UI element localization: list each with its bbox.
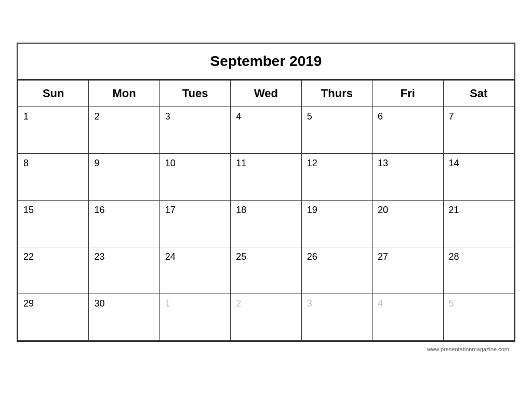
calendar-day-cell: 5 — [443, 294, 514, 341]
calendar-day-cell: 11 — [231, 154, 301, 201]
calendar-week-row: 891011121314 — [18, 154, 514, 201]
calendar-day-cell: 26 — [301, 247, 372, 294]
calendar-day-cell: 24 — [159, 247, 230, 294]
calendar-day-cell: 14 — [443, 154, 514, 201]
calendar-day-cell: 3 — [301, 294, 372, 341]
calendar-day-cell: 7 — [443, 107, 514, 154]
day-header-mon: Mon — [89, 81, 159, 107]
day-header-tues: Tues — [159, 81, 230, 107]
calendar-day-cell: 13 — [373, 154, 443, 201]
calendar-day-cell: 16 — [89, 201, 159, 247]
calendar-day-cell: 4 — [373, 294, 443, 341]
calendar-day-cell: 22 — [18, 247, 89, 294]
calendar-day-cell: 15 — [18, 201, 89, 247]
calendar-day-cell: 29 — [18, 294, 89, 341]
calendar-day-cell: 12 — [301, 154, 372, 201]
calendar-day-cell: 9 — [89, 154, 159, 201]
day-header-wed: Wed — [231, 81, 301, 107]
calendar-week-row: 293012345 — [18, 294, 514, 341]
calendar-title: September 2019 — [18, 44, 514, 80]
calendar-day-cell: 23 — [89, 247, 159, 294]
calendar-week-row: 1234567 — [18, 107, 514, 154]
calendar-day-cell: 10 — [159, 154, 230, 201]
day-header-thurs: Thurs — [301, 81, 372, 107]
calendar-day-cell: 5 — [301, 107, 372, 154]
calendar-day-cell: 1 — [159, 294, 230, 341]
calendar-day-cell: 30 — [89, 294, 159, 341]
calendar-day-cell: 19 — [301, 201, 372, 247]
calendar-week-row: 22232425262728 — [18, 247, 514, 294]
calendar-day-cell: 20 — [373, 201, 443, 247]
calendar-day-cell: 21 — [443, 201, 514, 247]
calendar-week-row: 15161718192021 — [18, 201, 514, 247]
calendar-day-cell: 2 — [231, 294, 301, 341]
calendar-table: SunMonTuesWedThursFriSat 123456789101112… — [18, 80, 514, 341]
calendar-day-cell: 4 — [231, 107, 301, 154]
watermark: www.presentationmagazine.com — [17, 342, 515, 356]
calendar-day-cell: 27 — [373, 247, 443, 294]
day-header-sun: Sun — [18, 81, 89, 107]
calendar-day-cell: 8 — [18, 154, 89, 201]
calendar-day-cell: 3 — [159, 107, 230, 154]
day-header-fri: Fri — [373, 81, 443, 107]
calendar: September 2019 SunMonTuesWedThursFriSat … — [17, 43, 515, 342]
calendar-day-cell: 2 — [89, 107, 159, 154]
calendar-day-cell: 6 — [373, 107, 443, 154]
calendar-day-cell: 1 — [18, 107, 89, 154]
day-header-sat: Sat — [443, 81, 514, 107]
days-header-row: SunMonTuesWedThursFriSat — [18, 81, 514, 107]
calendar-day-cell: 28 — [443, 247, 514, 294]
calendar-day-cell: 17 — [159, 201, 230, 247]
calendar-day-cell: 25 — [231, 247, 301, 294]
calendar-day-cell: 18 — [231, 201, 301, 247]
